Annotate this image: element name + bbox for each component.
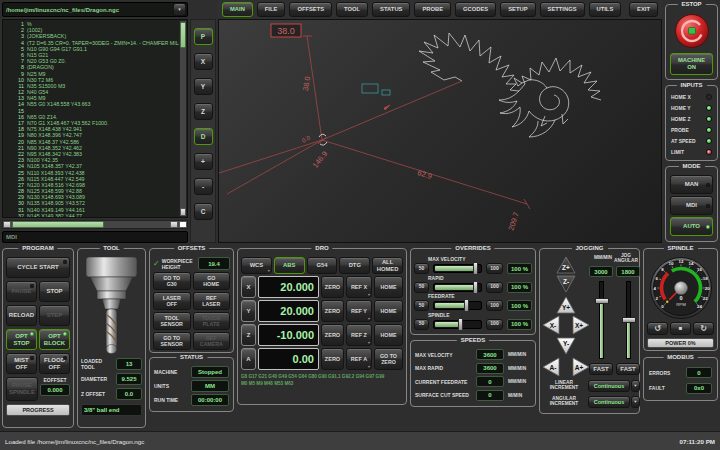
view-button[interactable]: X — [194, 53, 213, 70]
stop-button[interactable]: STOP — [39, 281, 70, 302]
override-max-button[interactable]: 100 — [486, 319, 503, 330]
menu-tab[interactable]: SETUP — [500, 2, 535, 17]
exit-button[interactable]: EXIT — [629, 2, 658, 17]
axis-ref-button[interactable]: REF Z▾ — [346, 324, 372, 346]
toolpath-preview[interactable]: 38.0 38.0 0.0 146.9 62.9 209.7 — [218, 19, 662, 243]
jog-y-plus-button[interactable]: Y+ — [556, 296, 576, 314]
dro-header-button[interactable]: G54 — [307, 257, 338, 274]
offsets-button[interactable]: REF CAMERA — [193, 332, 231, 350]
axis-select-button[interactable]: Y — [241, 300, 256, 322]
dro-header-button[interactable]: ABS — [274, 257, 305, 274]
mdi-input[interactable]: MDI — [2, 231, 188, 243]
menu-tab[interactable]: PROBE — [414, 2, 451, 17]
gcode-hscrollbar[interactable] — [2, 220, 188, 229]
view-button[interactable]: C — [194, 203, 213, 220]
offsets-button[interactable]: TOOL SENSOR — [153, 312, 191, 330]
view-button[interactable]: Y — [194, 78, 213, 95]
menu-tab[interactable]: TOOL — [336, 2, 368, 17]
view-button[interactable]: + — [194, 153, 213, 170]
axis-ref-button[interactable]: REF Y▾ — [346, 300, 372, 322]
axis-ref-button[interactable]: REF X▾ — [346, 276, 372, 298]
offsets-button[interactable]: GO TO SENSOR — [153, 332, 191, 350]
gcode-vscrollbar[interactable] — [179, 20, 187, 217]
opt-block-button[interactable]: OPT BLOCK — [39, 329, 70, 350]
jog-angular-slider-thumb[interactable] — [622, 317, 636, 323]
linear-increment-arrow[interactable]: ▾ — [631, 380, 640, 392]
axis-home-button[interactable]: GO TO ZERO — [374, 348, 403, 370]
jog-linear-slider[interactable] — [599, 281, 604, 359]
menu-tab[interactable]: UTILS — [589, 2, 622, 17]
file-combobox[interactable]: /home/jim/linuxcnc/nc_files/Dragon.ngc ▾ — [2, 2, 188, 17]
jog-angular-fast-button[interactable]: FAST — [616, 363, 640, 375]
mode-button[interactable]: AUTO — [670, 217, 713, 236]
axis-zero-button[interactable]: ZERO — [321, 276, 344, 298]
dro-header-button[interactable]: ALL HOMED — [372, 257, 403, 274]
override-slider[interactable] — [433, 301, 482, 310]
angular-increment-select[interactable]: Continuous — [588, 396, 630, 408]
jog-linear-fast-button[interactable]: FAST — [589, 363, 613, 375]
mode-button[interactable]: MDI — [670, 196, 713, 215]
override-max-button[interactable]: 100 — [486, 263, 503, 274]
override-slider-thumb[interactable] — [464, 299, 469, 312]
axis-home-button[interactable]: HOME — [374, 276, 403, 298]
menu-tab[interactable]: GCODES — [455, 2, 496, 17]
reload-button[interactable]: RELOAD — [6, 305, 37, 326]
step-button[interactable]: STEP — [39, 305, 70, 326]
vscroll-thumb[interactable] — [180, 22, 186, 48]
override-slider[interactable] — [433, 283, 482, 292]
dro-header-button[interactable]: WCS ▾ — [241, 257, 272, 274]
offsets-button[interactable]: TOUCH PLATE — [193, 312, 231, 330]
jog-angular-slider[interactable] — [626, 281, 631, 359]
override-slider[interactable] — [433, 264, 482, 273]
override-slider-thumb[interactable] — [473, 262, 478, 275]
jog-z-plus-button[interactable]: Z+ — [556, 256, 576, 274]
axis-ref-button[interactable]: REF A▾ — [346, 348, 372, 370]
view-button[interactable]: Z — [194, 103, 213, 120]
axis-select-button[interactable]: X — [241, 276, 256, 298]
axis-home-button[interactable]: HOME — [374, 300, 403, 322]
override-slider-thumb[interactable] — [473, 281, 478, 294]
estop-button[interactable] — [674, 13, 710, 49]
view-button[interactable]: D — [194, 128, 213, 145]
gcode-listing[interactable]: 1 % 2 (1002) 3 (JOKERSBACK) 4 (T2 D=6.35… — [2, 19, 188, 218]
override-slider[interactable] — [433, 320, 482, 329]
menu-tab[interactable]: SETTINGS — [540, 2, 585, 17]
menu-tab[interactable]: STATUS — [372, 2, 410, 17]
offsets-button[interactable]: LASER OFF — [153, 292, 191, 310]
opt-stop-button[interactable]: OPT STOP — [6, 329, 37, 350]
offsets-button[interactable]: REF LASER — [193, 292, 231, 310]
jog-a-plus-button[interactable]: A+ — [572, 357, 590, 377]
file-dropdown-button[interactable]: ▾ — [173, 3, 186, 16]
hscroll-left-button[interactable] — [3, 221, 11, 228]
override-max-button[interactable]: 100 — [486, 300, 503, 311]
override-min-button[interactable]: 50 — [414, 300, 429, 311]
view-button[interactable]: P — [194, 28, 213, 45]
override-max-button[interactable]: 100 — [486, 282, 503, 293]
axis-zero-button[interactable]: ZERO — [321, 348, 344, 370]
jog-z-minus-button[interactable]: Z- — [556, 275, 576, 293]
override-min-button[interactable]: 50 — [414, 282, 429, 293]
mode-button[interactable]: MAN — [670, 175, 713, 194]
axis-select-button[interactable]: Z — [241, 324, 256, 346]
view-button[interactable]: - — [194, 178, 213, 195]
offsets-button[interactable]: GO TO G30 — [153, 272, 191, 290]
linear-increment-select[interactable]: Continuous — [588, 380, 630, 392]
vscroll-down-button[interactable] — [180, 208, 186, 216]
dro-header-button[interactable]: DTG — [339, 257, 370, 274]
menu-tab[interactable]: MAIN — [222, 2, 253, 17]
machine-on-button[interactable]: MACHINE ON — [670, 53, 713, 75]
jog-a-minus-button[interactable]: A- — [542, 357, 560, 377]
axis-select-button[interactable]: A — [241, 348, 256, 370]
axis-zero-button[interactable]: ZERO — [321, 300, 344, 322]
axis-home-button[interactable]: HOME — [374, 324, 403, 346]
flood-button[interactable]: FLOOD OFF — [39, 353, 70, 374]
jog-x-minus-button[interactable]: X- — [542, 315, 560, 335]
angular-increment-arrow[interactable]: ▾ — [631, 396, 640, 408]
hscroll-corner-button[interactable] — [179, 221, 187, 228]
override-min-button[interactable]: 50 — [414, 319, 429, 330]
pause-spindle-button[interactable]: PAUSE SPINDLE — [6, 377, 38, 401]
jog-y-minus-button[interactable]: Y- — [556, 337, 576, 355]
hscroll-thumb[interactable] — [12, 221, 104, 228]
offsets-button[interactable]: GO HOME — [193, 272, 231, 290]
jog-x-plus-button[interactable]: X+ — [572, 315, 590, 335]
